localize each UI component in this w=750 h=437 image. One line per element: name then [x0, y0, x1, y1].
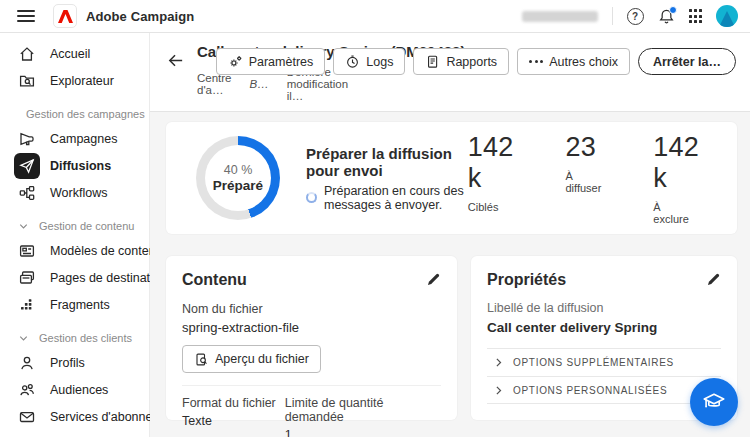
status-label: B… [250, 78, 269, 90]
parametres-label: Paramètres [249, 55, 314, 69]
user-avatar[interactable] [716, 5, 738, 27]
status-heading: Préparer la diffusion pour envoi [306, 145, 468, 179]
format-value: Texte [182, 414, 285, 428]
sidebar-section-label: Gestion des campagnes [26, 108, 145, 120]
clock-icon [345, 54, 360, 69]
edit-pencil-icon[interactable] [705, 271, 722, 288]
page-header: Call center delivery Spring (DM69428) Ce… [150, 33, 750, 112]
sidebar-section-gestion-contenu[interactable]: Gestion de contenu [8, 215, 141, 237]
sidebar-item-services-abonnement[interactable]: Services d'abonnement [8, 403, 141, 430]
delivery-label-value: Call center delivery Spring [487, 320, 721, 335]
proprietes-card-title: Propriétés [487, 271, 721, 289]
stat-a-diffuser: 23 À diffuser [565, 132, 601, 225]
context-label: Centre d'a… [197, 72, 232, 96]
people-icon [14, 377, 40, 403]
fragments-icon [14, 292, 40, 318]
sidebar-item-label: Explorateur [50, 74, 114, 88]
sidebar-item-label: Accueil [50, 47, 90, 61]
learning-fab-button[interactable] [690, 378, 738, 426]
main-area: Call center delivery Spring (DM69428) Ce… [150, 33, 750, 437]
options-personnalisees-row[interactable]: OPTIONS PERSONNALISÉES [487, 376, 721, 404]
content-template-icon [14, 238, 40, 264]
graduation-cap-icon [701, 389, 727, 415]
send-icon [14, 153, 40, 179]
help-icon[interactable]: ? [627, 8, 644, 25]
back-button[interactable] [166, 51, 185, 70]
sidebar-item-label: Campagnes [50, 132, 117, 146]
topbar: Adobe Campaign ? [0, 0, 750, 33]
limit-value: 1 [285, 428, 441, 437]
megaphone-icon [14, 126, 40, 152]
progress-ring: 40 % Préparé [196, 136, 280, 220]
spinner-icon [306, 192, 317, 203]
contenu-card-title: Contenu [182, 271, 441, 289]
stat-label: Ciblés [468, 201, 514, 213]
file-name-label: Nom du fichier [182, 302, 441, 316]
file-preview-icon [194, 352, 209, 367]
contenu-card: Contenu Nom du fichier spring-extraction… [166, 256, 457, 420]
app-name: Adobe Campaign [86, 9, 194, 24]
edit-pencil-icon[interactable] [425, 271, 442, 288]
notification-badge [669, 6, 677, 14]
progress-percent: 40 % [224, 163, 253, 177]
person-icon [14, 350, 40, 376]
sidebar-section-label: Gestion des clients [39, 332, 132, 344]
chevron-right-icon [492, 384, 505, 397]
stat-label: À exclure [653, 201, 699, 225]
sidebar-item-pages-de-destination[interactable]: Pages de destination [8, 264, 141, 291]
stat-value: 23 [565, 132, 601, 163]
apercu-fichier-label: Aperçu du fichier [215, 352, 309, 366]
sidebar-item-label: Workflows [50, 186, 107, 200]
stat-a-exclure: 142 k À exclure [653, 132, 699, 225]
option-label: OPTIONS PERSONNALISÉES [513, 385, 667, 396]
sidebar-item-workflows[interactable]: Workflows [8, 179, 141, 206]
logs-button[interactable]: Logs [333, 48, 405, 75]
sidebar-section-label: Gestion de contenu [39, 220, 134, 232]
subscription-icon [14, 404, 40, 430]
status-subtext: Préparation en cours des messages à envo… [324, 184, 468, 212]
sidebar-item-diffusions[interactable]: Diffusions [8, 152, 141, 179]
sidebar-item-label: Profils [50, 356, 85, 370]
sidebar-item-accueil[interactable]: Accueil [8, 40, 141, 67]
report-icon [425, 54, 440, 69]
home-icon [14, 41, 40, 67]
sidebar-item-campagnes[interactable]: Campagnes [8, 125, 141, 152]
app-switcher-icon[interactable] [689, 9, 702, 22]
adobe-logo [53, 4, 77, 28]
sidebar-item-label: Modèles de contenu [50, 244, 163, 258]
org-name-redacted [522, 11, 598, 22]
sidebar-item-audiences[interactable]: Audiences [8, 376, 141, 403]
content-area: 40 % Préparé Préparer la diffusion pour … [150, 112, 750, 437]
sidebar-item-label: Fragments [50, 298, 110, 312]
sidebar-item-profils[interactable]: Profils [8, 349, 141, 376]
adobe-a-icon [58, 10, 73, 23]
page-title: Call center delivery Spring (DM69428) [197, 43, 204, 60]
sidebar: Accueil Explorateur Gestion des campagne… [0, 33, 150, 437]
sidebar-item-modeles-de-contenu[interactable]: Modèles de contenu [8, 237, 141, 264]
adobe-campaign-app: Adobe Campaign ? [0, 0, 750, 437]
sidebar-item-label: Audiences [50, 383, 108, 397]
sidebar-section-gestion-clients[interactable]: Gestion des clients [8, 327, 141, 349]
parametres-button[interactable]: Paramètres [216, 48, 326, 75]
chevron-right-icon [492, 356, 505, 369]
rapports-button[interactable]: Rapports [413, 48, 509, 75]
sidebar-item-explorateur[interactable]: Explorateur [8, 67, 141, 94]
arreter-button[interactable]: Arrêter la… [638, 48, 736, 75]
apercu-fichier-button[interactable]: Aperçu du fichier [182, 345, 321, 373]
options-supplementaires-row[interactable]: OPTIONS SUPPLÉMENTAIRES [487, 348, 721, 376]
sidebar-item-fragments[interactable]: Fragments [8, 291, 141, 318]
limit-label: Limite de quantité demandée [285, 396, 441, 424]
notifications-bell-icon[interactable] [658, 8, 675, 25]
stat-value: 142 k [653, 132, 699, 194]
sidebar-section-gestion-campagnes[interactable]: Gestion des campagnes [8, 103, 141, 125]
header-actions: Paramètres Logs Rapports [216, 43, 736, 75]
delivery-stats: 142 k Ciblés 23 À diffuser 142 k À exclu… [468, 132, 699, 225]
autres-choix-button[interactable]: Autres choix [517, 48, 630, 75]
delivery-label-caption: Libellé de la diffusion [487, 301, 721, 315]
hamburger-menu-icon[interactable] [17, 10, 35, 22]
sidebar-item-label: Diffusions [50, 159, 111, 173]
landing-pages-icon [14, 265, 40, 291]
option-label: OPTIONS SUPPLÉMENTAIRES [513, 357, 674, 368]
delivery-status-card: 40 % Préparé Préparer la diffusion pour … [166, 122, 737, 234]
stat-value: 142 k [468, 132, 514, 194]
